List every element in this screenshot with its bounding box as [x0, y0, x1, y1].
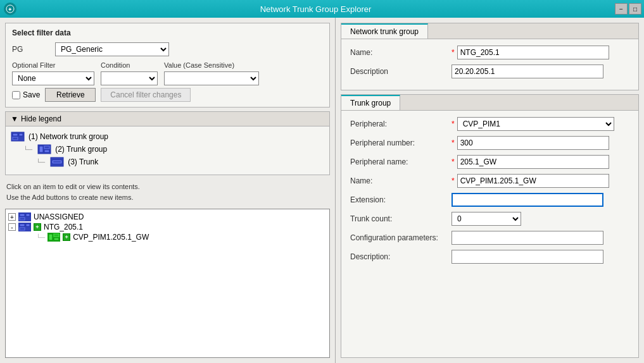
ntg-name-input[interactable] [457, 46, 609, 59]
config-params-row: Configuration parameters: [350, 231, 629, 245]
window-controls: − □ [615, 3, 641, 15]
maximize-button[interactable]: □ [629, 3, 641, 15]
legend-ntg-label: (1) Network trunk group [28, 132, 108, 141]
trunk-icon [50, 157, 64, 167]
tg-name-required: * [451, 176, 455, 185]
ntg-description-row: Description [350, 65, 629, 78]
legend-item-trunk: └─ (3) Trunk [36, 157, 324, 167]
ntg-tab-content: Name: * Description [341, 39, 638, 90]
svg-rect-22 [49, 234, 53, 240]
condition-group: Condition [101, 61, 158, 85]
ntg-name-required: * [451, 48, 455, 57]
legend-toggle-arrow: ▼ [11, 114, 18, 123]
svg-rect-24 [54, 238, 59, 240]
window-title: Network Trunk Group Explorer [16, 4, 615, 14]
peripheral-name-required: * [451, 157, 455, 166]
value-select[interactable] [164, 71, 259, 85]
tg-description-row: Description: [350, 250, 629, 264]
extension-input[interactable] [451, 193, 603, 207]
tree-section[interactable]: + UNASSIGNED - [5, 209, 330, 358]
condition-select[interactable] [101, 71, 158, 85]
svg-rect-8 [44, 146, 49, 149]
tree-item-ntg205[interactable]: - + NTG_205.1 [8, 222, 327, 232]
legend-toggle[interactable]: ▼ Hide legend [6, 112, 329, 126]
svg-rect-5 [19, 133, 23, 136]
peripheral-row: Peripheral: * CVP_PIM1 [350, 117, 629, 131]
filter-section-title: Select filter data [12, 28, 323, 37]
optional-filter-group: Optional Filter None [12, 61, 94, 85]
config-params-label: Configuration parameters: [350, 233, 451, 242]
tree-icon-unassigned-ntg [18, 212, 31, 221]
peripheral-number-input[interactable] [457, 136, 609, 150]
tg-name-input[interactable] [457, 174, 609, 188]
tree-label-unassigned: UNASSIGNED [34, 212, 84, 221]
config-params-input[interactable] [451, 231, 603, 245]
tree-toggle-unassigned[interactable]: + [8, 213, 16, 221]
tg-icon [37, 144, 51, 154]
ntg205-add-icon[interactable]: + [34, 223, 41, 231]
svg-text:✦: ✦ [8, 6, 13, 13]
pg-label: PG [12, 45, 50, 54]
cvppim-add-icon[interactable]: + [63, 233, 70, 241]
ntg-description-input[interactable] [451, 65, 603, 78]
peripheral-number-row: Peripheral number: * [350, 136, 629, 150]
tg-description-input[interactable] [451, 250, 603, 264]
peripheral-number-required: * [451, 138, 455, 147]
peripheral-required: * [451, 120, 455, 128]
value-label: Value (Case Sensitive) [164, 61, 259, 69]
svg-rect-3 [13, 133, 18, 136]
instructions: Click on an item to edit or view its con… [5, 179, 330, 205]
legend-section: ▼ Hide legend (1) Network trunk group [5, 111, 330, 175]
svg-rect-23 [54, 234, 59, 237]
tg-tab[interactable]: Trunk group [341, 95, 400, 110]
svg-rect-18 [20, 224, 25, 226]
peripheral-name-input[interactable] [457, 155, 609, 169]
tree-item-unassigned[interactable]: + UNASSIGNED [8, 212, 327, 222]
condition-label: Condition [101, 61, 158, 69]
pg-row: PG PG_Generic [12, 42, 323, 56]
tg-tab-content: Peripheral: * CVP_PIM1 Peripheral number… [341, 111, 638, 275]
extension-row: Extension: [350, 193, 629, 207]
legend-toggle-label: Hide legend [21, 114, 61, 123]
optional-filter-select[interactable]: None [12, 71, 94, 85]
left-panel: Select filter data PG PG_Generic Optiona… [0, 18, 336, 363]
filter-section: Select filter data PG PG_Generic Optiona… [5, 23, 330, 108]
right-panel: Network trunk group Name: * Description … [336, 18, 644, 363]
legend-content: (1) Network trunk group └─ (2) Trunk gro… [6, 126, 329, 175]
trunk-count-select[interactable]: 0 [451, 212, 521, 226]
value-group: Value (Case Sensitive) [164, 61, 259, 85]
save-checkbox-label[interactable]: Save [12, 90, 40, 99]
tree-toggle-ntg205[interactable]: - [8, 223, 16, 231]
main-content: Select filter data PG PG_Generic Optiona… [0, 18, 644, 363]
tg-tab-panel: Trunk group Peripheral: * CVP_PIM1 Perip… [341, 94, 639, 358]
tree-connector-tg: └─ [23, 146, 32, 153]
ntg-name-label: Name: [350, 48, 451, 57]
minimize-button[interactable]: − [615, 3, 628, 15]
ntg-tab[interactable]: Network trunk group [341, 23, 428, 39]
bottom-filter-row: Save Retrieve Cancel filter changes [12, 88, 323, 102]
tree-item-cvppim[interactable]: └─ + CVP_PIM1.205.1_GW [36, 232, 327, 242]
svg-rect-9 [44, 150, 49, 152]
retrieve-button[interactable]: Retrieve [45, 88, 96, 102]
legend-tg-label: (2) Trunk group [55, 145, 107, 154]
tree-connector-cvppim: └─ [36, 234, 45, 241]
svg-rect-16 [20, 218, 25, 220]
svg-rect-15 [26, 214, 30, 216]
peripheral-name-row: Peripheral name: * [350, 155, 629, 169]
titlebar: ✦ Network Trunk Group Explorer − □ [0, 0, 644, 18]
tree-label-cvppim: CVP_PIM1.205.1_GW [73, 233, 149, 242]
pg-select[interactable]: PG_Generic [55, 42, 169, 56]
svg-rect-19 [26, 224, 30, 226]
cancel-filter-button[interactable]: Cancel filter changes [101, 88, 191, 102]
tg-tab-header: Trunk group [341, 95, 638, 111]
tree-icon-cvppim [47, 233, 60, 242]
legend-trunk-label: (3) Trunk [68, 157, 98, 166]
svg-rect-7 [39, 146, 43, 152]
peripheral-select[interactable]: CVP_PIM1 [457, 117, 614, 131]
ntg-icon [11, 132, 25, 142]
save-checkbox[interactable] [12, 91, 20, 99]
tg-name-row: Name: * [350, 174, 629, 188]
svg-rect-14 [20, 214, 25, 216]
optional-filter-section: Optional Filter None Condition Value (Ca… [12, 61, 323, 85]
peripheral-number-label: Peripheral number: [350, 138, 451, 147]
